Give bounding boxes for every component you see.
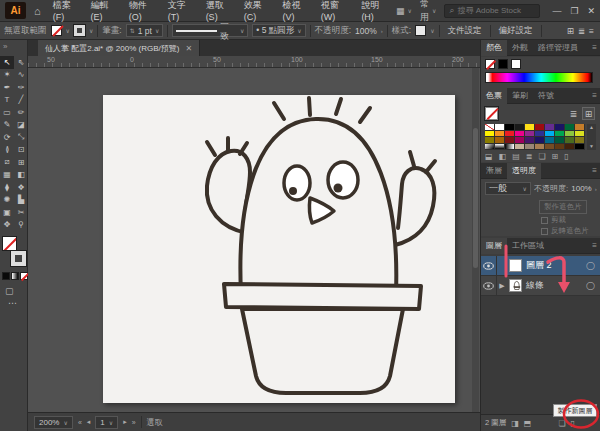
tab-swatches[interactable]: 色票	[481, 88, 507, 104]
delete-swatch-icon[interactable]: ▯	[564, 152, 568, 161]
tab-transparency[interactable]: 透明度	[507, 163, 541, 179]
zoom-tool[interactable]: ⚲	[14, 219, 28, 232]
stroke-weight-stepper[interactable]: ⇅ 1 pt ∨	[126, 24, 164, 37]
clip-checkbox[interactable]	[541, 217, 548, 224]
scale-tool[interactable]: ⤡	[14, 131, 28, 144]
tab-appearance[interactable]: 外觀	[507, 40, 533, 56]
swatch-themes-icon[interactable]: ◧	[499, 152, 507, 161]
arrange-documents-button[interactable]: ▦ ∨	[396, 6, 412, 16]
layer-row[interactable]: ▶ 線條 ◯	[481, 276, 600, 296]
first-artboard-button[interactable]: «	[78, 419, 82, 426]
menu-item[interactable]: 文字(T)	[163, 0, 201, 22]
color-white-chip[interactable]	[511, 59, 521, 69]
close-tab-icon[interactable]: ✕	[185, 44, 192, 53]
blend-mode-select[interactable]: 一般 ∨	[485, 182, 531, 195]
swatch-kinds-icon[interactable]: ▤	[512, 152, 520, 161]
toolbar-more-button[interactable]: ⋯	[8, 298, 17, 308]
artboard-select[interactable]: 1 ∨	[95, 416, 118, 429]
fill-stroke-indicator[interactable]	[2, 236, 26, 266]
stock-search[interactable]: ⌕	[444, 4, 540, 18]
target-icon[interactable]: ◯	[586, 261, 595, 270]
color-spectrum-ramp[interactable]	[485, 72, 593, 83]
direct-selection-tool[interactable]: ⇖	[14, 56, 28, 69]
opacity-value[interactable]: 100%	[355, 26, 377, 36]
line-segment-tool[interactable]: ╱	[14, 94, 28, 107]
make-mask-button[interactable]: 製作遮色片	[539, 200, 587, 214]
list-view-icon[interactable]: ≣	[567, 107, 580, 120]
panel-menu-icon[interactable]: ≡	[592, 43, 600, 52]
gradient-mode-button[interactable]	[11, 272, 19, 280]
prev-artboard-button[interactable]: ◂	[87, 418, 91, 426]
new-color-group-icon[interactable]: ❏	[538, 152, 545, 161]
panel-menu-icon[interactable]: ≡	[592, 166, 600, 175]
eyedropper-tool[interactable]: ⧫	[0, 181, 14, 194]
pen-tool[interactable]: ✒	[0, 81, 14, 94]
layer-name[interactable]: 線條	[526, 279, 544, 292]
swatch[interactable]	[565, 144, 575, 151]
toolbar-collapse-button[interactable]: »	[0, 40, 27, 56]
new-sublayer-icon[interactable]: ⬒	[524, 419, 532, 428]
search-input[interactable]	[457, 6, 535, 15]
tab-symbols[interactable]: 符號	[533, 88, 559, 104]
tab-gradient[interactable]: 漸層	[481, 163, 507, 179]
layer-thumbnail[interactable]	[509, 279, 522, 292]
rotate-tool[interactable]: ⟳	[0, 131, 14, 144]
swatch-libraries-icon[interactable]: ⬓	[485, 152, 493, 161]
home-icon[interactable]: ⌂	[34, 5, 41, 17]
column-graph-tool[interactable]: ▙	[14, 194, 28, 207]
canvas[interactable]	[28, 68, 480, 412]
magic-wand-tool[interactable]: ✶	[0, 69, 14, 82]
target-icon[interactable]: ◯	[586, 281, 595, 290]
stroke-swatch[interactable]	[11, 251, 26, 266]
menu-item[interactable]: 檔案(F)	[48, 0, 86, 22]
chevron-down-icon[interactable]: ∨	[89, 27, 93, 34]
type-tool[interactable]: T	[0, 94, 14, 107]
menu-item[interactable]: 視窗(W)	[316, 0, 357, 22]
width-profile-select[interactable]: 一致 ∨	[172, 24, 248, 37]
swatch[interactable]	[485, 144, 495, 151]
make-clip-mask-icon[interactable]: ◨	[511, 419, 519, 428]
last-artboard-button[interactable]: »	[132, 419, 136, 426]
rectangle-tool[interactable]: ▭	[0, 106, 14, 119]
menu-item[interactable]: 說明(H)	[356, 0, 395, 22]
tab-artboards[interactable]: 工作區域	[507, 238, 549, 254]
swatch[interactable]	[555, 144, 565, 151]
selection-tool[interactable]: ↖	[0, 56, 14, 69]
menu-item[interactable]: 編輯(E)	[85, 0, 123, 22]
swatch[interactable]	[575, 144, 585, 151]
new-swatch-icon[interactable]: ⊞	[552, 152, 559, 161]
control-menu-icon[interactable]: ≡	[589, 26, 594, 36]
shaper-tool[interactable]: ✎	[0, 119, 14, 132]
grid-view-icon[interactable]: ⊞	[582, 107, 595, 120]
gradient-tool[interactable]: ◧	[14, 169, 28, 182]
swatch-scrollbar[interactable]: ▲ ▼	[587, 124, 596, 150]
swatch-options-icon[interactable]: ≣	[526, 152, 533, 161]
current-swatch-none[interactable]	[485, 107, 498, 120]
color-none-chip[interactable]	[485, 59, 495, 69]
chevron-right-icon[interactable]: ›	[381, 28, 383, 34]
swatch[interactable]	[505, 144, 515, 151]
tab-brushes[interactable]: 筆刷	[507, 88, 533, 104]
fill-swatch-none[interactable]	[2, 236, 17, 251]
eraser-tool[interactable]: ◪	[14, 119, 28, 132]
style-chip[interactable]	[415, 25, 426, 36]
lasso-tool[interactable]: ∿	[14, 69, 28, 82]
next-artboard-button[interactable]: ▸	[123, 418, 127, 426]
zoom-select[interactable]: 200% ∨	[34, 416, 73, 429]
expand-layer-icon[interactable]: ▶	[497, 282, 507, 290]
color-mode-button[interactable]	[2, 272, 10, 280]
swatch[interactable]	[495, 144, 505, 151]
workspace-switcher[interactable]: 常用 ∨	[420, 0, 436, 24]
document-setup-button[interactable]: 文件設定	[444, 25, 486, 37]
tab-layers[interactable]: 圖層	[481, 238, 507, 254]
swatch[interactable]	[525, 144, 535, 151]
tab-color[interactable]: 顏色	[481, 40, 507, 56]
slice-tool[interactable]: ✂	[14, 206, 28, 219]
layer-name[interactable]: 圖層 2	[526, 259, 552, 272]
chevron-right-icon[interactable]: ›	[595, 186, 597, 192]
menu-item[interactable]: 物件(O)	[124, 0, 163, 22]
restore-button[interactable]: ❐	[570, 6, 578, 16]
menu-item[interactable]: 檢視(V)	[278, 0, 316, 22]
swatch[interactable]	[545, 144, 555, 151]
shape-builder-tool[interactable]: ⧄	[0, 156, 14, 169]
